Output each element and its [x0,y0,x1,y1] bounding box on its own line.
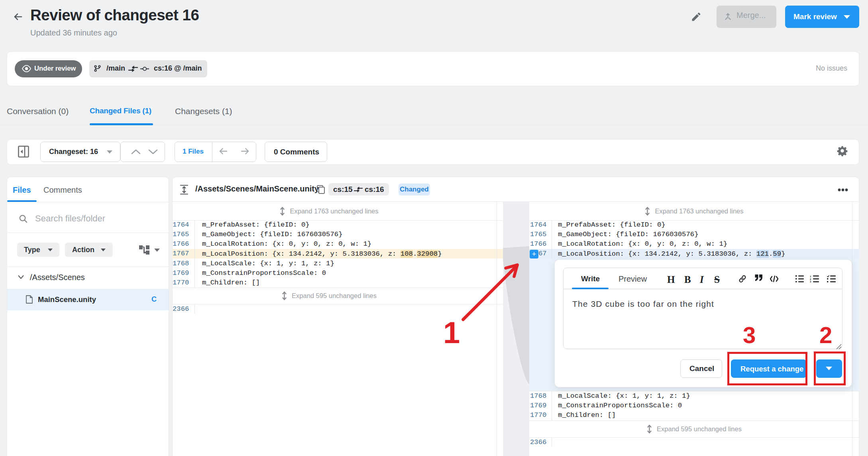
svg-text:1: 1 [810,275,811,278]
svg-text:2: 2 [810,278,811,280]
svg-text:3: 3 [810,280,811,282]
